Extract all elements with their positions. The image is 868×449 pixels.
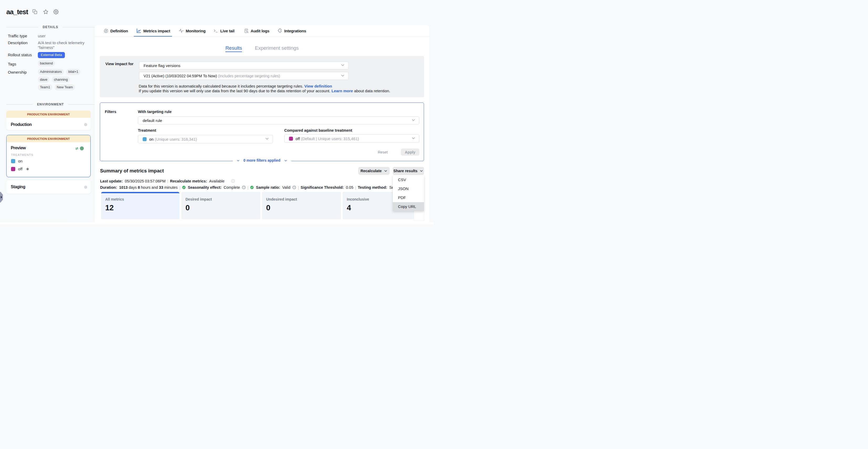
svg-text:?: ? xyxy=(243,186,244,189)
svg-text:?: ? xyxy=(294,186,295,189)
